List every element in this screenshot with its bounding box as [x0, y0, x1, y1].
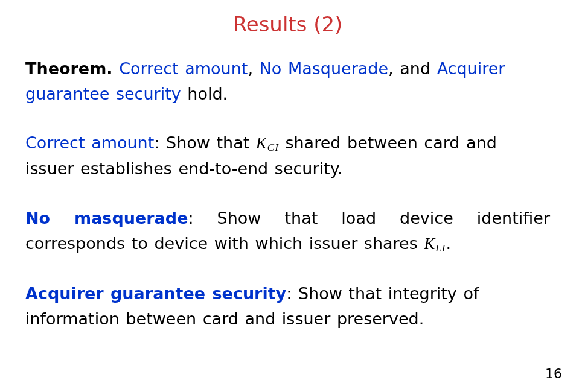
kli-symbol: K: [424, 235, 435, 253]
kci-symbol: K: [256, 134, 267, 152]
theorem-tail: hold.: [181, 84, 228, 103]
correct-amount-label: Correct amount: [25, 133, 154, 152]
slide-title: Results (2): [25, 12, 550, 37]
correct-amount-paragraph: Correct amount: Show that KCI shared bet…: [25, 130, 550, 182]
no-masquerade-after: .: [446, 234, 451, 253]
theorem-paragraph: Theorem. Correct amount, No Masquerade, …: [25, 56, 550, 107]
acquirer-label: Acquirer guarantee security: [25, 284, 286, 303]
kci-subscript: CI: [267, 142, 279, 153]
slide: Results (2) Theorem. Correct amount, No …: [0, 0, 579, 392]
theorem-prop-no-masquerade: No Masquerade: [260, 59, 388, 78]
theorem-prop-correct-amount: Correct amount: [119, 59, 248, 78]
theorem-label: Theorem.: [25, 59, 113, 78]
theorem-sep-2: , and: [388, 59, 437, 78]
kli-subscript: LI: [435, 242, 446, 254]
acquirer-paragraph: Acquirer guarantee security: Show that i…: [25, 281, 550, 332]
page-number: 16: [545, 366, 562, 381]
correct-amount-before: : Show that: [154, 133, 256, 152]
no-masquerade-label: No masquerade: [25, 209, 188, 227]
theorem-sep-1: ,: [248, 59, 259, 78]
no-masquerade-paragraph: No masquerade: Show that load device ide…: [25, 206, 550, 257]
